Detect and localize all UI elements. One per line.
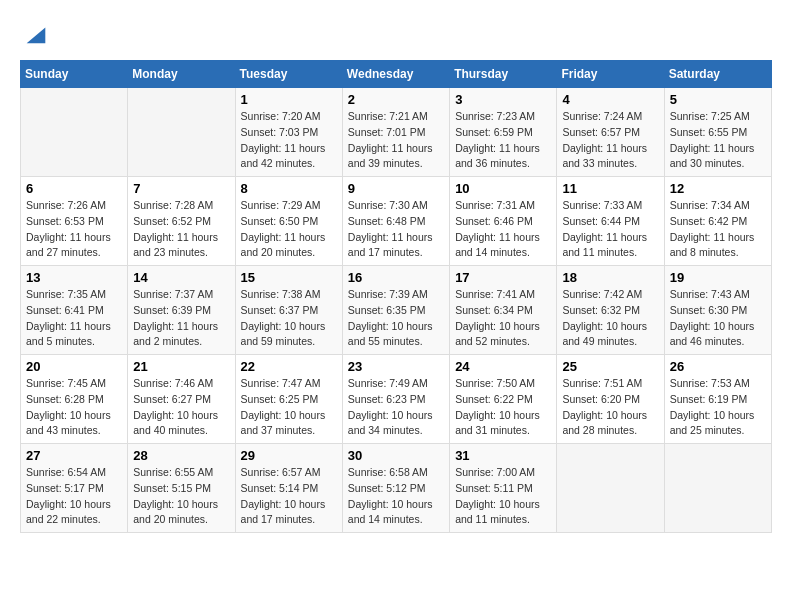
calendar-week-row: 20Sunrise: 7:45 AMSunset: 6:28 PMDayligh… (21, 355, 772, 444)
calendar-week-row: 1Sunrise: 7:20 AMSunset: 7:03 PMDaylight… (21, 88, 772, 177)
calendar-cell: 18Sunrise: 7:42 AMSunset: 6:32 PMDayligh… (557, 266, 664, 355)
calendar-cell: 22Sunrise: 7:47 AMSunset: 6:25 PMDayligh… (235, 355, 342, 444)
day-info: Sunrise: 7:39 AMSunset: 6:35 PMDaylight:… (348, 287, 444, 350)
day-number: 5 (670, 92, 766, 107)
day-number: 9 (348, 181, 444, 196)
calendar-cell: 27Sunrise: 6:54 AMSunset: 5:17 PMDayligh… (21, 444, 128, 533)
calendar-cell: 26Sunrise: 7:53 AMSunset: 6:19 PMDayligh… (664, 355, 771, 444)
day-number: 7 (133, 181, 229, 196)
calendar-cell: 19Sunrise: 7:43 AMSunset: 6:30 PMDayligh… (664, 266, 771, 355)
day-info: Sunrise: 6:55 AMSunset: 5:15 PMDaylight:… (133, 465, 229, 528)
day-info: Sunrise: 7:21 AMSunset: 7:01 PMDaylight:… (348, 109, 444, 172)
day-number: 20 (26, 359, 122, 374)
day-info: Sunrise: 7:23 AMSunset: 6:59 PMDaylight:… (455, 109, 551, 172)
day-number: 12 (670, 181, 766, 196)
calendar-cell: 16Sunrise: 7:39 AMSunset: 6:35 PMDayligh… (342, 266, 449, 355)
day-info: Sunrise: 7:38 AMSunset: 6:37 PMDaylight:… (241, 287, 337, 350)
calendar-cell: 31Sunrise: 7:00 AMSunset: 5:11 PMDayligh… (450, 444, 557, 533)
day-number: 4 (562, 92, 658, 107)
day-info: Sunrise: 7:31 AMSunset: 6:46 PMDaylight:… (455, 198, 551, 261)
day-number: 15 (241, 270, 337, 285)
calendar-cell (557, 444, 664, 533)
day-info: Sunrise: 7:00 AMSunset: 5:11 PMDaylight:… (455, 465, 551, 528)
logo-icon (22, 20, 50, 48)
day-number: 13 (26, 270, 122, 285)
day-number: 10 (455, 181, 551, 196)
calendar-cell: 1Sunrise: 7:20 AMSunset: 7:03 PMDaylight… (235, 88, 342, 177)
day-number: 29 (241, 448, 337, 463)
day-info: Sunrise: 7:51 AMSunset: 6:20 PMDaylight:… (562, 376, 658, 439)
day-number: 3 (455, 92, 551, 107)
day-number: 6 (26, 181, 122, 196)
weekday-header: Monday (128, 61, 235, 88)
day-number: 24 (455, 359, 551, 374)
day-info: Sunrise: 7:41 AMSunset: 6:34 PMDaylight:… (455, 287, 551, 350)
calendar-cell: 10Sunrise: 7:31 AMSunset: 6:46 PMDayligh… (450, 177, 557, 266)
weekday-header: Tuesday (235, 61, 342, 88)
calendar-body: 1Sunrise: 7:20 AMSunset: 7:03 PMDaylight… (21, 88, 772, 533)
weekday-header: Friday (557, 61, 664, 88)
day-number: 17 (455, 270, 551, 285)
day-number: 31 (455, 448, 551, 463)
calendar-cell: 17Sunrise: 7:41 AMSunset: 6:34 PMDayligh… (450, 266, 557, 355)
calendar-cell: 25Sunrise: 7:51 AMSunset: 6:20 PMDayligh… (557, 355, 664, 444)
calendar-cell: 9Sunrise: 7:30 AMSunset: 6:48 PMDaylight… (342, 177, 449, 266)
day-number: 16 (348, 270, 444, 285)
calendar-cell: 2Sunrise: 7:21 AMSunset: 7:01 PMDaylight… (342, 88, 449, 177)
day-info: Sunrise: 7:43 AMSunset: 6:30 PMDaylight:… (670, 287, 766, 350)
calendar-table: SundayMondayTuesdayWednesdayThursdayFrid… (20, 60, 772, 533)
weekday-header: Saturday (664, 61, 771, 88)
day-number: 22 (241, 359, 337, 374)
weekday-row: SundayMondayTuesdayWednesdayThursdayFrid… (21, 61, 772, 88)
day-info: Sunrise: 7:20 AMSunset: 7:03 PMDaylight:… (241, 109, 337, 172)
calendar-cell: 14Sunrise: 7:37 AMSunset: 6:39 PMDayligh… (128, 266, 235, 355)
day-number: 26 (670, 359, 766, 374)
calendar-cell (664, 444, 771, 533)
day-info: Sunrise: 7:49 AMSunset: 6:23 PMDaylight:… (348, 376, 444, 439)
calendar-cell: 24Sunrise: 7:50 AMSunset: 6:22 PMDayligh… (450, 355, 557, 444)
calendar-cell: 3Sunrise: 7:23 AMSunset: 6:59 PMDaylight… (450, 88, 557, 177)
calendar-cell: 12Sunrise: 7:34 AMSunset: 6:42 PMDayligh… (664, 177, 771, 266)
calendar-header: SundayMondayTuesdayWednesdayThursdayFrid… (21, 61, 772, 88)
calendar-week-row: 6Sunrise: 7:26 AMSunset: 6:53 PMDaylight… (21, 177, 772, 266)
svg-marker-0 (27, 27, 46, 43)
calendar-cell: 13Sunrise: 7:35 AMSunset: 6:41 PMDayligh… (21, 266, 128, 355)
calendar-week-row: 13Sunrise: 7:35 AMSunset: 6:41 PMDayligh… (21, 266, 772, 355)
day-info: Sunrise: 7:24 AMSunset: 6:57 PMDaylight:… (562, 109, 658, 172)
calendar-cell: 23Sunrise: 7:49 AMSunset: 6:23 PMDayligh… (342, 355, 449, 444)
day-info: Sunrise: 7:42 AMSunset: 6:32 PMDaylight:… (562, 287, 658, 350)
day-info: Sunrise: 7:26 AMSunset: 6:53 PMDaylight:… (26, 198, 122, 261)
day-info: Sunrise: 7:33 AMSunset: 6:44 PMDaylight:… (562, 198, 658, 261)
day-info: Sunrise: 7:53 AMSunset: 6:19 PMDaylight:… (670, 376, 766, 439)
day-info: Sunrise: 7:47 AMSunset: 6:25 PMDaylight:… (241, 376, 337, 439)
day-number: 18 (562, 270, 658, 285)
weekday-header: Thursday (450, 61, 557, 88)
day-number: 23 (348, 359, 444, 374)
day-info: Sunrise: 7:34 AMSunset: 6:42 PMDaylight:… (670, 198, 766, 261)
calendar-cell: 4Sunrise: 7:24 AMSunset: 6:57 PMDaylight… (557, 88, 664, 177)
day-number: 27 (26, 448, 122, 463)
weekday-header: Wednesday (342, 61, 449, 88)
day-info: Sunrise: 7:46 AMSunset: 6:27 PMDaylight:… (133, 376, 229, 439)
day-info: Sunrise: 6:57 AMSunset: 5:14 PMDaylight:… (241, 465, 337, 528)
day-info: Sunrise: 7:35 AMSunset: 6:41 PMDaylight:… (26, 287, 122, 350)
logo (20, 20, 50, 44)
day-info: Sunrise: 7:28 AMSunset: 6:52 PMDaylight:… (133, 198, 229, 261)
day-number: 25 (562, 359, 658, 374)
page-header (20, 20, 772, 44)
day-number: 28 (133, 448, 229, 463)
day-number: 11 (562, 181, 658, 196)
calendar-cell: 20Sunrise: 7:45 AMSunset: 6:28 PMDayligh… (21, 355, 128, 444)
day-number: 21 (133, 359, 229, 374)
calendar-cell: 28Sunrise: 6:55 AMSunset: 5:15 PMDayligh… (128, 444, 235, 533)
day-number: 19 (670, 270, 766, 285)
day-info: Sunrise: 7:37 AMSunset: 6:39 PMDaylight:… (133, 287, 229, 350)
calendar-cell: 8Sunrise: 7:29 AMSunset: 6:50 PMDaylight… (235, 177, 342, 266)
day-number: 2 (348, 92, 444, 107)
logo-text (20, 20, 50, 48)
day-info: Sunrise: 7:45 AMSunset: 6:28 PMDaylight:… (26, 376, 122, 439)
day-info: Sunrise: 7:29 AMSunset: 6:50 PMDaylight:… (241, 198, 337, 261)
day-info: Sunrise: 6:58 AMSunset: 5:12 PMDaylight:… (348, 465, 444, 528)
calendar-cell: 11Sunrise: 7:33 AMSunset: 6:44 PMDayligh… (557, 177, 664, 266)
calendar-cell: 5Sunrise: 7:25 AMSunset: 6:55 PMDaylight… (664, 88, 771, 177)
